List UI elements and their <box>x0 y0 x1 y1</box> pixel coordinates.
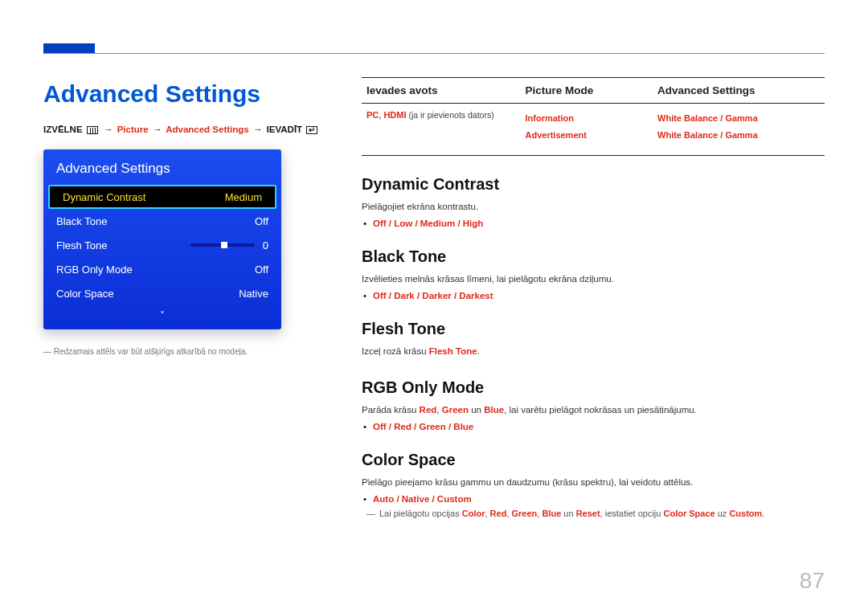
osd-label: Dynamic Contrast <box>63 191 145 203</box>
breadcrumb-suffix: IEVADĪT <box>267 125 303 134</box>
section-color-space: Color Space Pielāgo pieejamo krāsu gammu… <box>362 451 825 518</box>
osd-value: Medium <box>225 191 262 203</box>
src-note: (ja ir pievienots dators) <box>407 110 494 120</box>
section-title: Black Tone <box>362 247 825 266</box>
breadcrumb-advanced: Advanced Settings <box>166 125 249 134</box>
section-title: Dynamic Contrast <box>362 175 825 194</box>
breadcrumb-prefix: IZVĒLNE <box>43 125 83 134</box>
header-accent <box>43 43 95 53</box>
slider[interactable] <box>190 243 255 247</box>
section-title: Flesh Tone <box>362 320 825 338</box>
osd-label: Black Tone <box>56 215 107 227</box>
osd-label: Color Space <box>56 288 114 300</box>
osd-value: Native <box>239 288 268 300</box>
pm-information: Information <box>525 110 648 127</box>
section-desc: Pielāgo pieejamo krāsu gammu un daudzumu… <box>362 476 825 489</box>
section-desc: Izceļ rozā krāsu Flesh Tone. <box>362 345 825 358</box>
osd-value: Off <box>255 264 268 276</box>
breadcrumb: IZVĒLNE → Picture → Advanced Settings → … <box>43 125 319 134</box>
arrow-icon: → <box>252 125 264 134</box>
chevron-down-icon[interactable]: ˅ <box>43 305 281 321</box>
section-note: Lai pielāgotu opcijas Color, Red, Green,… <box>362 509 825 518</box>
src-hdmi: HDMI <box>383 110 406 120</box>
as-wb-gamma-2: White Balance / Gamma <box>657 127 820 144</box>
osd-row-rgb-only[interactable]: RGB Only Mode Off <box>43 257 281 281</box>
section-desc: Pielāgojiet ekrāna kontrastu. <box>362 200 825 214</box>
enter-icon <box>306 126 317 134</box>
osd-value: 0 <box>263 239 268 251</box>
osd-row-dynamic-contrast[interactable]: Dynamic Contrast Medium <box>48 185 276 209</box>
content-column: Ievades avots Picture Mode Advanced Sett… <box>362 77 825 518</box>
pm-advertisement: Advertisement <box>525 127 648 144</box>
header-rule <box>43 53 825 54</box>
image-disclaimer: Redzamais attēls var būt atšķirīgs atkar… <box>43 347 248 356</box>
section-dynamic-contrast: Dynamic Contrast Pielāgojiet ekrāna kont… <box>362 175 825 228</box>
osd-title: Advanced Settings <box>43 149 281 185</box>
section-options: Off / Dark / Darker / Darkest <box>362 291 825 300</box>
breadcrumb-picture: Picture <box>117 125 149 134</box>
osd-label: RGB Only Mode <box>56 264 133 276</box>
section-options: Off / Red / Green / Blue <box>362 422 825 431</box>
arrow-icon: → <box>102 125 115 134</box>
page-number: 87 <box>800 568 825 594</box>
section-title: Color Space <box>362 451 825 469</box>
osd-value: Off <box>255 215 268 227</box>
osd-row-black-tone[interactable]: Black Tone Off <box>43 209 281 233</box>
td-picture-mode: Information Advertisement <box>520 104 653 155</box>
th-source: Ievades avots <box>362 78 520 104</box>
page-title: Advanced Settings <box>43 80 260 108</box>
section-flesh-tone: Flesh Tone Izceļ rozā krāsu Flesh Tone. <box>362 320 825 358</box>
td-source: PC, HDMI (ja ir pievienots dators) <box>362 104 520 155</box>
as-wb-gamma-1: White Balance / Gamma <box>657 110 820 127</box>
osd-panel: Advanced Settings Dynamic Contrast Mediu… <box>43 149 281 329</box>
section-desc: Parāda krāsu Red, Green un Blue, lai var… <box>362 403 825 417</box>
section-desc: Izvēlieties melnās krāsas līmeni, lai pi… <box>362 272 825 286</box>
td-advanced: White Balance / Gamma White Balance / Ga… <box>653 104 825 155</box>
osd-row-color-space[interactable]: Color Space Native <box>43 281 281 305</box>
section-rgb-only: RGB Only Mode Parāda krāsu Red, Green un… <box>362 378 825 431</box>
th-picture-mode: Picture Mode <box>520 78 653 104</box>
settings-table: Ievades avots Picture Mode Advanced Sett… <box>362 77 825 156</box>
section-title: RGB Only Mode <box>362 378 825 397</box>
osd-row-flesh-tone[interactable]: Flesh Tone 0 <box>43 233 281 257</box>
osd-label: Flesh Tone <box>56 239 107 251</box>
section-options: Auto / Native / Custom <box>362 494 825 504</box>
src-pc: PC <box>366 110 379 120</box>
th-advanced: Advanced Settings <box>653 78 825 104</box>
menu-icon <box>87 126 98 134</box>
section-options: Off / Low / Medium / High <box>362 219 825 228</box>
section-black-tone: Black Tone Izvēlieties melnās krāsas līm… <box>362 247 825 300</box>
arrow-icon: → <box>151 125 164 134</box>
